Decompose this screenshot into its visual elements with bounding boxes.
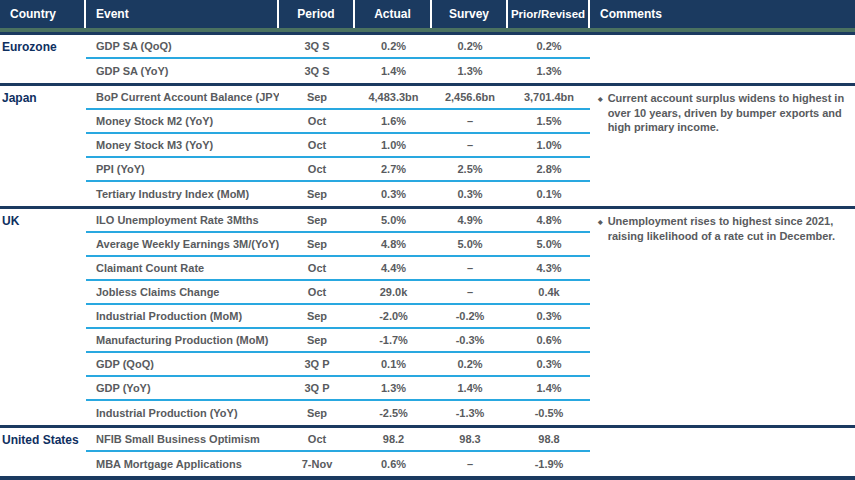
comments-cell	[590, 35, 855, 83]
column-header-prior-revised: Prior/Revised	[508, 0, 590, 28]
cell-prior: 0.2%	[508, 40, 590, 52]
cell-survey: 0.3%	[432, 188, 508, 200]
cell-survey: –	[432, 115, 508, 127]
table-row: Money Stock M3 (YoY)Oct1.0%–1.0%	[86, 134, 590, 158]
cell-prior: 5.0%	[508, 238, 590, 250]
cell-actual: 0.3%	[355, 188, 432, 200]
cell-survey: 5.0%	[432, 238, 508, 250]
cell-event: Industrial Production (MoM)	[86, 310, 279, 322]
cell-event: Industrial Production (YoY)	[86, 407, 279, 419]
cell-period: Oct	[279, 115, 355, 127]
country-label: United States	[0, 428, 86, 476]
table-row: ILO Unemployment Rate 3MthsSep5.0%4.9%4.…	[86, 209, 590, 233]
cell-event: MBA Mortgage Applications	[86, 458, 279, 470]
bullet-icon: ◆	[598, 92, 603, 135]
cell-survey: 0.2%	[432, 358, 508, 370]
cell-event: GDP (YoY)	[86, 382, 279, 394]
cell-survey: -0.3%	[432, 334, 508, 346]
cell-event: PPI (YoY)	[86, 163, 279, 175]
cell-period: Sep	[279, 214, 355, 226]
cell-actual: 1.0%	[355, 139, 432, 151]
table-row: NFIB Small Business OptimismOct98.298.39…	[86, 428, 590, 452]
group-rows: NFIB Small Business OptimismOct98.298.39…	[86, 428, 590, 476]
cell-actual: -1.7%	[355, 334, 432, 346]
country-label: UK	[0, 209, 86, 425]
cell-survey: 1.4%	[432, 382, 508, 394]
cell-survey: 0.2%	[432, 40, 508, 52]
cell-period: 7-Nov	[279, 458, 355, 470]
table-row: BoP Current Account Balance (JPY)Sep4,48…	[86, 86, 590, 110]
cell-event: Money Stock M2 (YoY)	[86, 115, 279, 127]
cell-actual: -2.5%	[355, 407, 432, 419]
table-body: EurozoneGDP SA (QoQ)3Q S0.2%0.2%0.2%GDP …	[0, 32, 855, 480]
country-group: JapanBoP Current Account Balance (JPY)Se…	[0, 83, 855, 206]
bullet-icon: ◆	[598, 215, 603, 243]
comments-cell	[590, 428, 855, 476]
cell-actual: -2.0%	[355, 310, 432, 322]
cell-period: Oct	[279, 139, 355, 151]
cell-survey: -0.2%	[432, 310, 508, 322]
cell-prior: 3,701.4bn	[508, 91, 590, 103]
cell-survey: –	[432, 286, 508, 298]
column-header-event: Event	[86, 0, 279, 28]
cell-event: Jobless Claims Change	[86, 286, 279, 298]
cell-actual: 1.3%	[355, 382, 432, 394]
cell-period: 3Q S	[279, 40, 355, 52]
table-row: MBA Mortgage Applications7-Nov0.6%–-1.9%	[86, 452, 590, 476]
cell-survey: –	[432, 139, 508, 151]
comment-text: Unemployment rises to highest since 2021…	[608, 214, 849, 243]
table-row: Industrial Production (MoM)Sep-2.0%-0.2%…	[86, 305, 590, 329]
table-row: GDP (QoQ)3Q P0.1%0.2%0.3%	[86, 353, 590, 377]
column-header-actual: Actual	[355, 0, 432, 28]
table-row: Jobless Claims ChangeOct29.0k–0.4k	[86, 281, 590, 305]
country-group: EurozoneGDP SA (QoQ)3Q S0.2%0.2%0.2%GDP …	[0, 32, 855, 83]
comments-cell: ◆Unemployment rises to highest since 202…	[590, 209, 855, 425]
column-header-country: Country	[0, 0, 86, 28]
cell-prior: 1.5%	[508, 115, 590, 127]
table-row: PPI (YoY)Oct2.7%2.5%2.8%	[86, 158, 590, 182]
cell-actual: 0.6%	[355, 458, 432, 470]
cell-prior: 0.3%	[508, 358, 590, 370]
column-header-period: Period	[279, 0, 355, 28]
table-row: Industrial Production (YoY)Sep-2.5%-1.3%…	[86, 401, 590, 425]
economic-calendar-table: Country Event Period Actual Survey Prior…	[0, 0, 855, 480]
cell-event: Average Weekly Earnings 3M/(YoY)	[86, 238, 279, 250]
cell-actual: 29.0k	[355, 286, 432, 298]
column-header-comments: Comments	[590, 0, 855, 28]
cell-actual: 0.1%	[355, 358, 432, 370]
cell-event: Money Stock M3 (YoY)	[86, 139, 279, 151]
cell-period: 3Q P	[279, 382, 355, 394]
cell-prior: 0.4k	[508, 286, 590, 298]
cell-event: ILO Unemployment Rate 3Mths	[86, 214, 279, 226]
cell-actual: 4.8%	[355, 238, 432, 250]
table-row: GDP SA (QoQ)3Q S0.2%0.2%0.2%	[86, 35, 590, 59]
table-row: Manufacturing Production (MoM)Sep-1.7%-0…	[86, 329, 590, 353]
table-row: Claimant Count RateOct4.4%–4.3%	[86, 257, 590, 281]
table-row: Average Weekly Earnings 3M/(YoY)Sep4.8%5…	[86, 233, 590, 257]
cell-prior: 1.3%	[508, 65, 590, 77]
cell-survey: 2,456.6bn	[432, 91, 508, 103]
cell-actual: 2.7%	[355, 163, 432, 175]
cell-survey: –	[432, 262, 508, 274]
cell-actual: 1.4%	[355, 65, 432, 77]
cell-actual: 98.2	[355, 433, 432, 445]
cell-period: Sep	[279, 334, 355, 346]
cell-event: Tertiary Industry Index (MoM)	[86, 188, 279, 200]
cell-prior: 0.3%	[508, 310, 590, 322]
cell-actual: 1.6%	[355, 115, 432, 127]
cell-actual: 0.2%	[355, 40, 432, 52]
cell-prior: -1.9%	[508, 458, 590, 470]
cell-prior: 0.1%	[508, 188, 590, 200]
cell-event: Claimant Count Rate	[86, 262, 279, 274]
table-row: GDP (YoY)3Q P1.3%1.4%1.4%	[86, 377, 590, 401]
cell-survey: 1.3%	[432, 65, 508, 77]
table-row: Tertiary Industry Index (MoM)Sep0.3%0.3%…	[86, 182, 590, 206]
table-row: Money Stock M2 (YoY)Oct1.6%–1.5%	[86, 110, 590, 134]
cell-period: 3Q S	[279, 65, 355, 77]
group-rows: GDP SA (QoQ)3Q S0.2%0.2%0.2%GDP SA (YoY)…	[86, 35, 590, 83]
cell-event: BoP Current Account Balance (JPY)	[86, 91, 279, 103]
cell-prior: 4.8%	[508, 214, 590, 226]
cell-event: GDP SA (YoY)	[86, 65, 279, 77]
column-header-survey: Survey	[432, 0, 508, 28]
cell-event: GDP (QoQ)	[86, 358, 279, 370]
